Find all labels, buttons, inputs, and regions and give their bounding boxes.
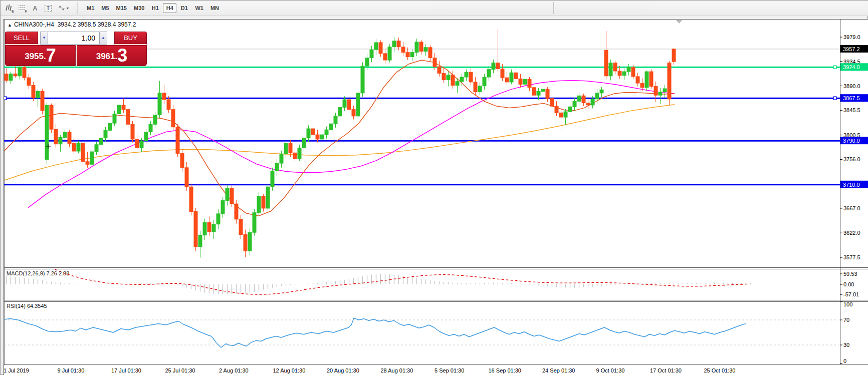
sell-button[interactable]: SELL <box>5 32 38 45</box>
candle-body <box>568 107 572 112</box>
time-label: 5 Sep 01:30 <box>435 367 464 373</box>
candle <box>212 220 215 239</box>
candle-body <box>41 92 44 111</box>
candle-body <box>428 48 432 58</box>
candle-body <box>298 148 301 159</box>
macd-tick-label: -57.01 <box>843 291 859 297</box>
candle-body <box>537 92 540 96</box>
candle <box>668 61 671 105</box>
candle <box>171 105 175 130</box>
candle-body <box>555 106 558 113</box>
candle-body <box>613 63 617 71</box>
candle <box>216 209 220 229</box>
candle-body <box>266 187 270 208</box>
price-axis: 3979.03934.53890.03845.53800.53756.03667… <box>840 34 868 364</box>
candle-body <box>280 154 283 163</box>
candle-body <box>559 113 563 117</box>
candle <box>117 102 121 117</box>
candle <box>239 215 243 239</box>
scroll-position-marker <box>676 20 682 24</box>
candle <box>253 209 256 236</box>
candle <box>149 121 152 135</box>
candle-body <box>501 69 504 78</box>
candle-body <box>122 105 125 110</box>
volume-input[interactable] <box>48 32 100 45</box>
candle-body <box>108 123 112 130</box>
terminal-window: E F A T ▼ M1M5M15M30H1H4D1W1MN 3 <box>0 0 868 375</box>
buy-price-panel[interactable]: 3961.3 <box>77 45 147 66</box>
candle <box>158 81 161 119</box>
candle-body <box>374 43 378 50</box>
candle-body <box>397 41 400 47</box>
candle-body <box>654 87 658 96</box>
volume-increase-button[interactable]: ▲ <box>100 32 107 45</box>
candle-body <box>90 152 94 164</box>
candle <box>559 107 563 132</box>
candle <box>302 135 306 152</box>
macd-pane <box>7 267 751 294</box>
candle <box>18 64 22 80</box>
candle-body <box>532 88 536 95</box>
candle-body <box>162 93 166 100</box>
candle-body <box>212 224 215 232</box>
time-label: 9 Jul 01:30 <box>58 367 85 373</box>
chart-title: ▲CHINA300-,H4 3934.2 3958.5 3928.4 3957.… <box>8 21 136 28</box>
candle-body <box>618 71 621 76</box>
ohlc-values: 3934.2 3958.5 3928.4 3957.2 <box>58 21 136 28</box>
candle <box>618 66 621 79</box>
candle-body <box>50 105 53 129</box>
candle-body <box>198 235 202 247</box>
candle <box>627 64 630 76</box>
candle-body <box>456 82 459 86</box>
candle <box>144 129 148 144</box>
candle <box>577 93 581 105</box>
candle-body <box>329 124 333 130</box>
price-tick-label: 3756.0 <box>843 156 860 162</box>
candle <box>77 141 80 153</box>
collapse-arrow-icon[interactable]: ▲ <box>8 23 12 28</box>
candle-body <box>546 89 549 99</box>
volume-decrease-button[interactable]: ▼ <box>40 32 48 45</box>
candle-body <box>176 127 179 154</box>
candle <box>180 149 184 172</box>
candle <box>230 186 234 207</box>
candle-body <box>226 188 229 200</box>
price-badge: 3867.5 <box>840 94 868 102</box>
candle-body <box>99 138 103 145</box>
candle <box>483 74 486 90</box>
candle <box>325 127 328 139</box>
price-tick-label: 3890.0 <box>843 83 860 89</box>
candle-body <box>550 99 554 106</box>
candle <box>451 71 455 89</box>
candle <box>465 70 468 81</box>
buy-button[interactable]: BUY <box>114 32 147 45</box>
candle-body <box>203 222 206 235</box>
time-label: 25 Jul 01:30 <box>165 367 195 373</box>
candle-body <box>221 201 225 214</box>
candle-body <box>604 50 608 76</box>
candle <box>153 112 157 128</box>
candle-body <box>189 187 193 211</box>
candle <box>45 102 49 164</box>
candle <box>383 49 387 64</box>
sell-price-panel[interactable]: 3955.7 <box>5 45 76 66</box>
candle-body <box>5 74 8 80</box>
candle <box>415 39 418 56</box>
price-badge-text: 3867.5 <box>843 95 860 101</box>
candle-body <box>248 232 252 251</box>
candle <box>622 68 626 80</box>
candle <box>248 228 252 255</box>
candle-body <box>649 72 653 87</box>
macd-signal-line <box>51 267 749 294</box>
candle <box>162 85 166 104</box>
candle <box>338 104 342 120</box>
candle <box>135 133 139 151</box>
price-badge: 3957.2 <box>840 45 868 53</box>
candle <box>86 152 89 168</box>
candle-body <box>144 132 148 141</box>
candle-body <box>59 138 62 144</box>
candle-body <box>519 79 522 84</box>
candle-body <box>23 67 26 78</box>
candle <box>406 48 409 60</box>
candle <box>361 62 364 97</box>
